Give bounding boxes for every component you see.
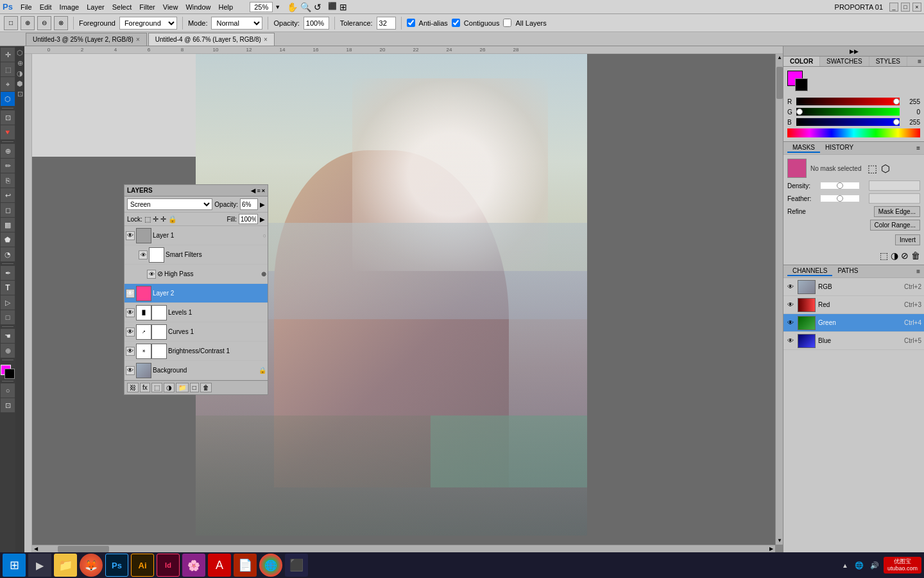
- tab-color[interactable]: COLOR: [783, 57, 820, 66]
- tab-masks[interactable]: MASKS: [787, 143, 820, 153]
- channel-red[interactable]: 👁 Red Ctrl+3: [783, 296, 924, 314]
- taskbar-app7[interactable]: 🌸: [182, 554, 205, 577]
- menu-edit[interactable]: Edit: [36, 2, 56, 12]
- right-panel-collapse-btn[interactable]: ▶▶: [783, 46, 924, 57]
- watermark-btn[interactable]: 优图宝utubao.com: [884, 557, 921, 574]
- lock-all-icon[interactable]: 🔒: [168, 215, 177, 223]
- brush-tool[interactable]: ✏: [1, 159, 15, 173]
- lasso-tool[interactable]: ⌖: [1, 77, 15, 91]
- heal-tool[interactable]: ⊕: [1, 144, 15, 158]
- selection-mode-btn2[interactable]: ⊕: [21, 16, 35, 30]
- tab-2[interactable]: Untitled-4 @ 66.7% (Layer 5, RGB/8) ×: [148, 33, 275, 46]
- win-minimize[interactable]: _: [889, 3, 898, 12]
- mask-add-pixel-btn[interactable]: ⬚: [868, 162, 877, 175]
- channels-panel-menu[interactable]: ≡: [916, 268, 920, 275]
- high-pass-visibility[interactable]: 👁: [147, 270, 156, 279]
- layer-row-layer1[interactable]: 👁 Layer 1 ○: [124, 226, 268, 245]
- layer-row-brightness[interactable]: 👁 ☀ Brightness/Contrast 1: [124, 342, 268, 361]
- scrollbar-h-thumb[interactable]: [58, 546, 109, 552]
- mask-load-btn[interactable]: ⬚: [880, 250, 888, 261]
- menu-file[interactable]: File: [17, 2, 36, 12]
- rotate-icon[interactable]: ↺: [314, 2, 321, 12]
- crop-tool[interactable]: ⊡: [1, 110, 15, 125]
- pen-tool[interactable]: ✒: [1, 266, 15, 280]
- new-layer-btn[interactable]: □: [190, 383, 199, 392]
- taskbar-media-player[interactable]: ▶: [28, 554, 51, 577]
- menu-filter[interactable]: Filter: [135, 2, 158, 12]
- color-spectrum-bar[interactable]: [787, 128, 920, 137]
- menu-image[interactable]: Image: [56, 2, 83, 12]
- opacity-value[interactable]: 6%: [240, 198, 258, 210]
- background-visibility[interactable]: 👁: [126, 366, 135, 375]
- channel-green[interactable]: 👁 Green Ctrl+4: [783, 314, 924, 332]
- screen-mode-btn[interactable]: ⊡: [1, 398, 15, 412]
- tab-1-close[interactable]: ×: [136, 36, 140, 43]
- r-slider[interactable]: [796, 98, 900, 105]
- mask-disable-btn[interactable]: ⊘: [901, 250, 909, 261]
- layers-collapse-btn[interactable]: ◀: [251, 188, 255, 194]
- shape-tool[interactable]: □: [1, 310, 15, 324]
- channel-rgb[interactable]: 👁 RGB Ctrl+2: [783, 278, 924, 296]
- add-mask-btn[interactable]: ⬚: [151, 383, 162, 392]
- brightness-visibility[interactable]: 👁: [126, 347, 135, 356]
- win-close[interactable]: ×: [912, 3, 921, 12]
- zoom-display[interactable]: 25%: [250, 2, 273, 12]
- scroll-right-btn[interactable]: ▶: [767, 545, 775, 552]
- foreground-select[interactable]: Foreground: [119, 17, 177, 30]
- menu-select[interactable]: Select: [108, 2, 136, 12]
- taskbar-chrome[interactable]: 🌐: [259, 554, 282, 577]
- taskbar-folder[interactable]: 📁: [54, 554, 77, 577]
- add-adjustment-btn[interactable]: ◑: [164, 383, 175, 392]
- start-btn[interactable]: ⊞: [3, 554, 26, 577]
- opacity-input[interactable]: 100%: [304, 17, 329, 30]
- panel-toggle-3[interactable]: ◑: [17, 69, 23, 78]
- gradient-tool[interactable]: ▩: [1, 218, 15, 232]
- rgb-visibility[interactable]: 👁: [786, 283, 795, 292]
- mask-apply-btn[interactable]: ◑: [891, 250, 898, 261]
- menu-view[interactable]: View: [159, 2, 182, 12]
- hand-tool-icon[interactable]: ✋: [287, 2, 298, 12]
- tab-history[interactable]: HISTORY: [820, 143, 859, 153]
- mask-delete-btn[interactable]: 🗑: [911, 250, 920, 261]
- scroll-left-btn[interactable]: ◀: [32, 545, 40, 552]
- scrollbar-vertical[interactable]: ▲ ▼: [775, 54, 783, 545]
- color-range-btn[interactable]: Color Range...: [870, 220, 920, 231]
- mask-edge-btn[interactable]: Mask Edge...: [874, 206, 920, 217]
- fill-options-btn[interactable]: ▶: [260, 216, 265, 223]
- foreground-color[interactable]: [1, 365, 15, 379]
- history-brush-tool[interactable]: ↩: [1, 188, 15, 202]
- taskbar-illustrator[interactable]: Ai: [131, 554, 154, 577]
- dodge-tool[interactable]: ◔: [1, 247, 15, 261]
- levels-visibility[interactable]: 👁: [126, 308, 135, 317]
- high-pass-options-icon[interactable]: ⊕: [261, 270, 266, 277]
- menu-help[interactable]: Help: [215, 2, 237, 12]
- contiguous-checkbox[interactable]: [452, 19, 460, 27]
- selection-mode-btn1[interactable]: □: [4, 16, 18, 30]
- smart-filters-visibility[interactable]: 👁: [139, 250, 148, 259]
- move-tool[interactable]: ✛: [1, 48, 15, 62]
- layers-close-btn[interactable]: ×: [262, 188, 265, 194]
- path-tool[interactable]: ▷: [1, 295, 15, 310]
- add-style-btn[interactable]: fx: [140, 383, 150, 392]
- menu-window[interactable]: Window: [182, 2, 214, 12]
- scroll-down-btn[interactable]: ▼: [776, 537, 783, 545]
- taskbar-acrobat2[interactable]: 📄: [234, 554, 257, 577]
- zoom-dropdown-icon[interactable]: ▼: [275, 4, 280, 10]
- mode-select[interactable]: Normal: [211, 17, 262, 30]
- delete-layer-btn[interactable]: 🗑: [200, 383, 212, 392]
- b-slider[interactable]: [796, 118, 900, 126]
- link-layers-btn[interactable]: ⛓: [127, 383, 139, 392]
- layers-options-btn[interactable]: ▶: [260, 201, 265, 208]
- anti-alias-checkbox[interactable]: [407, 19, 415, 27]
- layer-row-levels[interactable]: 👁 ▐▌ Levels 1: [124, 303, 268, 322]
- layer-row-smart-filters[interactable]: 👁 Smart Filters: [124, 245, 268, 265]
- masks-panel-menu[interactable]: ≡: [916, 144, 920, 152]
- taskbar-acrobat[interactable]: A: [208, 554, 231, 577]
- blur-tool[interactable]: ⬟: [1, 232, 15, 247]
- menu-layer[interactable]: Layer: [83, 2, 108, 12]
- lock-move-icon[interactable]: ✛: [160, 215, 166, 223]
- invert-btn[interactable]: Invert: [895, 234, 920, 245]
- lock-position-icon[interactable]: ✛: [153, 215, 158, 223]
- win-restore[interactable]: □: [901, 3, 910, 12]
- mask-add-vector-btn[interactable]: ⬡: [881, 162, 890, 175]
